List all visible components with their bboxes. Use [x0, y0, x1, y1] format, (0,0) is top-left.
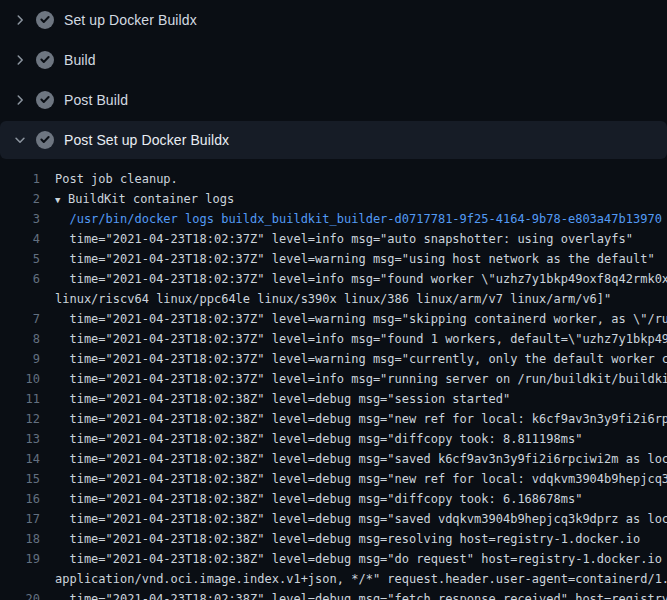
log-row: 7 time="2021-04-23T18:02:37Z" level=warn… — [0, 309, 667, 329]
log-row: 11 time="2021-04-23T18:02:38Z" level=deb… — [0, 389, 667, 409]
log-line-number[interactable]: 11 — [0, 389, 40, 409]
log-row: 1Post job cleanup. — [0, 169, 667, 189]
log-line-number — [0, 289, 40, 309]
log-line-number[interactable]: 17 — [0, 509, 40, 529]
log-line-number[interactable]: 14 — [0, 449, 40, 469]
log-row: 12 time="2021-04-23T18:02:38Z" level=deb… — [0, 409, 667, 429]
chevron-down-icon[interactable] — [13, 133, 27, 147]
chevron-right-icon[interactable] — [13, 13, 27, 27]
log-row: 5 time="2021-04-23T18:02:37Z" level=warn… — [0, 249, 667, 269]
log-line-text: time="2021-04-23T18:02:37Z" level=warnin… — [40, 309, 667, 329]
log-line-text: time="2021-04-23T18:02:37Z" level=warnin… — [40, 249, 655, 269]
log-row: 2▼BuildKit container logs — [0, 189, 667, 209]
check-circle-icon — [36, 131, 54, 149]
log-line-text: linux/riscv64 linux/ppc64le linux/s390x … — [40, 289, 611, 309]
log-line-text: time="2021-04-23T18:02:38Z" level=debug … — [40, 389, 510, 409]
log-line-number[interactable]: 16 — [0, 489, 40, 509]
chevron-right-icon[interactable] — [13, 53, 27, 67]
log-line-number[interactable]: 18 — [0, 529, 40, 549]
log-line-number[interactable]: 12 — [0, 409, 40, 429]
log-line-number[interactable]: 19 — [0, 549, 40, 569]
log-line-text: time="2021-04-23T18:02:38Z" level=debug … — [40, 429, 582, 449]
log-line-number[interactable]: 13 — [0, 429, 40, 449]
log-line-number[interactable]: 3 — [0, 209, 40, 229]
log-line-number[interactable]: 4 — [0, 229, 40, 249]
step-label: Post Build — [64, 92, 128, 108]
check-circle-icon — [36, 91, 54, 109]
log-line-text: time="2021-04-23T18:02:38Z" level=debug … — [40, 489, 582, 509]
log-line-number[interactable]: 10 — [0, 369, 40, 389]
log-row: 20 time="2021-04-23T18:02:38Z" level=deb… — [0, 589, 667, 600]
log-line-text: time="2021-04-23T18:02:37Z" level=warnin… — [40, 349, 667, 369]
log-line-number[interactable]: 8 — [0, 329, 40, 349]
log-line-text: time="2021-04-23T18:02:38Z" level=debug … — [40, 509, 667, 529]
log-line-number[interactable]: 20 — [0, 589, 40, 600]
step-label: Set up Docker Buildx — [64, 12, 197, 28]
log-row: linux/riscv64 linux/ppc64le linux/s390x … — [0, 289, 667, 309]
step-header-build[interactable]: Build — [0, 40, 667, 80]
group-expanded-caret-icon[interactable]: ▼ — [55, 190, 68, 209]
log-row: 17 time="2021-04-23T18:02:38Z" level=deb… — [0, 509, 667, 529]
log-line-number[interactable]: 2 — [0, 189, 40, 209]
log-row: 8 time="2021-04-23T18:02:37Z" level=info… — [0, 329, 667, 349]
log-row: 6 time="2021-04-23T18:02:37Z" level=info… — [0, 269, 667, 289]
log-row: 10 time="2021-04-23T18:02:37Z" level=inf… — [0, 369, 667, 389]
log-line-number[interactable]: 9 — [0, 349, 40, 369]
log-line-text: time="2021-04-23T18:02:37Z" level=info m… — [40, 269, 667, 289]
log-row: 9 time="2021-04-23T18:02:37Z" level=warn… — [0, 349, 667, 369]
check-circle-icon — [36, 11, 54, 29]
step-header-set-up-docker-buildx[interactable]: Set up Docker Buildx — [0, 0, 667, 40]
step-label: Build — [64, 52, 96, 68]
log-line-number — [0, 569, 40, 589]
log-line-text: time="2021-04-23T18:02:38Z" level=debug … — [40, 409, 667, 429]
log-row: 18 time="2021-04-23T18:02:38Z" level=deb… — [0, 529, 667, 549]
step-header-post-set-up-docker-buildx[interactable]: Post Set up Docker Buildx — [0, 121, 667, 159]
log-line-number[interactable]: 6 — [0, 269, 40, 289]
check-circle-icon — [36, 51, 54, 69]
log-line-number[interactable]: 1 — [0, 169, 40, 189]
log-row-command: 3 /usr/bin/docker logs buildx_buildkit_b… — [0, 209, 667, 229]
chevron-right-icon[interactable] — [13, 93, 27, 107]
log-line-number[interactable]: 5 — [0, 249, 40, 269]
step-header-post-build[interactable]: Post Build — [0, 80, 667, 120]
log-row: 15 time="2021-04-23T18:02:38Z" level=deb… — [0, 469, 667, 489]
log-group-toggle[interactable]: ▼BuildKit container logs — [40, 189, 234, 209]
log-line-text: time="2021-04-23T18:02:38Z" level=debug … — [40, 449, 667, 469]
log-line-text: time="2021-04-23T18:02:38Z" level=debug … — [40, 589, 667, 600]
log-line-text: time="2021-04-23T18:02:38Z" level=debug … — [40, 469, 667, 489]
log-line-text: time="2021-04-23T18:02:37Z" level=info m… — [40, 229, 633, 249]
log-line-text: time="2021-04-23T18:02:37Z" level=info m… — [40, 369, 667, 389]
log-line-text: time="2021-04-23T18:02:38Z" level=debug … — [40, 529, 640, 549]
log-line-text: /usr/bin/docker logs buildx_buildkit_bui… — [40, 209, 662, 229]
log-line-number[interactable]: 15 — [0, 469, 40, 489]
log-row: 4 time="2021-04-23T18:02:37Z" level=info… — [0, 229, 667, 249]
log-line-text: time="2021-04-23T18:02:37Z" level=info m… — [40, 329, 667, 349]
log-lines: 1Post job cleanup.2▼BuildKit container l… — [0, 160, 667, 600]
log-line-text: time="2021-04-23T18:02:38Z" level=debug … — [40, 549, 667, 569]
log-row: 19 time="2021-04-23T18:02:38Z" level=deb… — [0, 549, 667, 569]
step-label: Post Set up Docker Buildx — [64, 132, 229, 148]
log-line-number[interactable]: 7 — [0, 309, 40, 329]
log-row: 14 time="2021-04-23T18:02:38Z" level=deb… — [0, 449, 667, 469]
log-row: 13 time="2021-04-23T18:02:38Z" level=deb… — [0, 429, 667, 449]
log-row: application/vnd.oci.image.index.v1+json,… — [0, 569, 667, 589]
log-line-text: application/vnd.oci.image.index.v1+json,… — [40, 569, 667, 589]
log-row: 16 time="2021-04-23T18:02:38Z" level=deb… — [0, 489, 667, 509]
job-steps-list: Set up Docker BuildxBuildPost BuildPost … — [0, 0, 667, 159]
log-line-text: Post job cleanup. — [40, 169, 178, 189]
